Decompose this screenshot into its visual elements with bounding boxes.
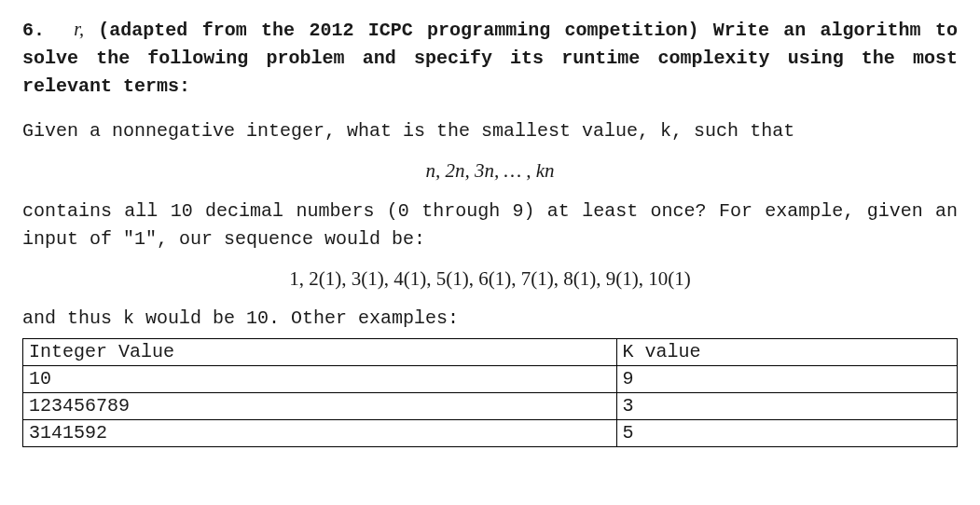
table-header-integer: Integer Value: [23, 339, 617, 366]
table-cell-k: 3: [616, 393, 957, 420]
question-text: (adapted from the 2012 ICPC programming …: [22, 20, 958, 97]
table-cell-k: 9: [616, 366, 957, 393]
table-row: 3141592 5: [23, 420, 958, 447]
example-sequence: 1, 2(1), 3(1), 4(1), 5(1), 6(1), 7(1), 8…: [22, 265, 958, 294]
table-row: 123456789 3: [23, 393, 958, 420]
table-header-row: Integer Value K value: [23, 339, 958, 366]
table-cell-integer: 3141592: [23, 420, 617, 447]
question-prompt: 6. r, (adapted from the 2012 ICPC progra…: [22, 15, 958, 101]
thus-line: and thus k would be 10. Other examples:: [22, 305, 958, 333]
r-label: r,: [74, 19, 84, 39]
given-line: Given a nonnegative integer, what is the…: [22, 117, 958, 145]
examples-table: Integer Value K value 10 9 123456789 3 3…: [22, 338, 958, 447]
table-cell-integer: 10: [23, 366, 617, 393]
table-cell-integer: 123456789: [23, 393, 617, 420]
table-header-k: K value: [616, 339, 957, 366]
table-cell-k: 5: [616, 420, 957, 447]
contains-line: contains all 10 decimal numbers (0 throu…: [22, 198, 958, 253]
sequence-def: n, 2n, 3n, … , kn: [22, 157, 958, 186]
question-number: 6.: [22, 17, 60, 45]
table-row: 10 9: [23, 366, 958, 393]
